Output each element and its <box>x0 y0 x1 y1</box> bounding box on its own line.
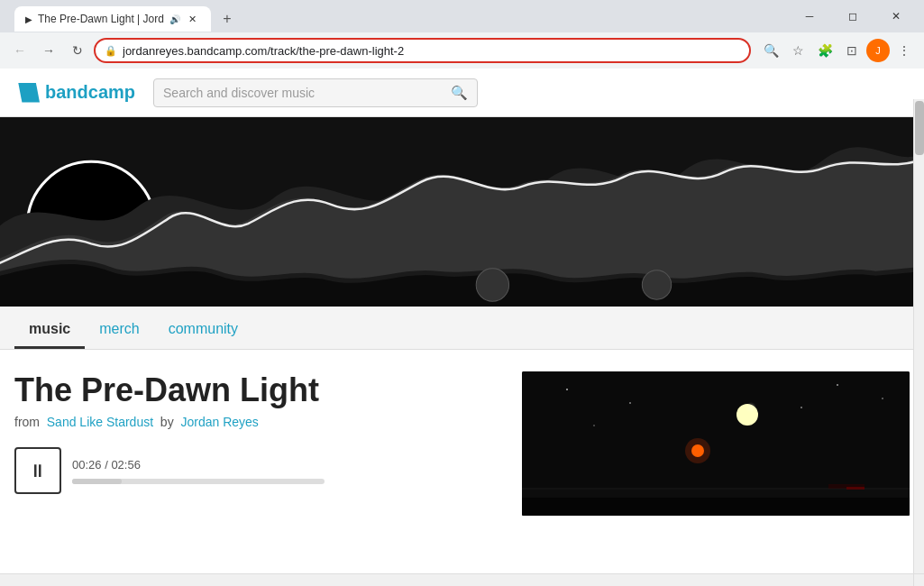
svg-point-14 <box>882 398 883 399</box>
menu-button[interactable]: ⋮ <box>892 38 917 63</box>
audio-player: ⏸ 00:26 / 02:56 <box>14 447 500 494</box>
horizontal-scrollbar[interactable] <box>0 573 913 586</box>
from-label: from <box>14 415 40 429</box>
svg-rect-19 <box>846 487 865 490</box>
nav-community[interactable]: community <box>154 312 252 349</box>
svg-point-3 <box>642 270 671 299</box>
svg-point-16 <box>800 407 802 408</box>
tab-audio-icon: 🔊 <box>169 14 180 24</box>
address-bar: ← → ↻ 🔒 jordanreyes.bandcamp.com/track/t… <box>0 32 924 69</box>
scrollbar-thumb[interactable] <box>915 101 924 155</box>
bandcamp-nav: music merch community <box>0 307 924 350</box>
tab-favicon: ▶ <box>25 14 32 24</box>
track-attribution: from Sand Like Stardust by Jordan Reyes <box>14 415 500 429</box>
cast-button[interactable]: ⊡ <box>839 38 865 63</box>
search-bar[interactable]: Search and discover music 🔍 <box>153 78 478 107</box>
refresh-button[interactable]: ↻ <box>65 38 90 63</box>
tab-title: The Pre-Dawn Light | Jord <box>38 13 164 25</box>
back-button[interactable]: ← <box>7 38 32 63</box>
album-art <box>522 371 910 516</box>
search-icon: 🔍 <box>451 85 468 101</box>
extensions-button[interactable]: 🧩 <box>812 38 837 63</box>
svg-point-12 <box>629 402 631 404</box>
browser-window: ▶ The Pre-Dawn Light | Jord 🔊 ✕ + ─ ◻ ✕ … <box>0 0 924 69</box>
album-art-illustration <box>522 371 910 516</box>
tab-close-button[interactable]: ✕ <box>186 12 200 26</box>
url-bar[interactable]: 🔒 jordanreyes.bandcamp.com/track/the-pre… <box>94 38 751 63</box>
svg-point-13 <box>837 384 838 386</box>
nav-music[interactable]: music <box>14 312 85 349</box>
playback-time: 00:26 / 02:56 <box>72 458 325 472</box>
bandcamp-logo-text: bandcamp <box>45 82 135 103</box>
minimize-button[interactable]: ─ <box>789 4 830 29</box>
new-tab-button[interactable]: + <box>215 6 240 32</box>
progress-bar[interactable] <box>72 479 325 484</box>
track-content: The Pre-Dawn Light from Sand Like Stardu… <box>0 350 924 537</box>
bandcamp-logo[interactable]: bandcamp <box>14 82 135 103</box>
svg-rect-17 <box>522 498 910 516</box>
track-info: The Pre-Dawn Light from Sand Like Stardu… <box>14 371 500 516</box>
hero-illustration <box>0 117 924 307</box>
search-placeholder: Search and discover music <box>163 86 451 100</box>
title-bar: ▶ The Pre-Dawn Light | Jord 🔊 ✕ + ─ ◻ ✕ <box>0 0 924 32</box>
toolbar-icons: 🔍 ☆ 🧩 ⊡ J ⋮ <box>758 38 917 63</box>
security-icon: 🔒 <box>105 45 117 57</box>
pause-button[interactable]: ⏸ <box>14 447 61 494</box>
bookmark-button[interactable]: ☆ <box>785 38 810 63</box>
window-controls: ─ ◻ ✕ <box>789 4 917 29</box>
svg-point-2 <box>476 269 508 301</box>
hero-banner <box>0 117 924 307</box>
browser-tab[interactable]: ▶ The Pre-Dawn Light | Jord 🔊 ✕ <box>14 6 211 32</box>
vertical-scrollbar[interactable] <box>913 99 924 586</box>
svg-point-11 <box>566 389 568 390</box>
track-title: The Pre-Dawn Light <box>14 371 500 409</box>
album-link[interactable]: Sand Like Stardust <box>47 415 153 429</box>
progress-fill <box>72 479 122 484</box>
nav-merch[interactable]: merch <box>85 312 153 349</box>
bandcamp-header: bandcamp Search and discover music 🔍 <box>0 69 924 117</box>
restore-button[interactable]: ◻ <box>832 4 874 29</box>
url-text: jordanreyes.bandcamp.com/track/the-pre-d… <box>123 44 740 58</box>
close-button[interactable]: ✕ <box>875 4 917 29</box>
scrollbar-corner <box>913 573 924 586</box>
svg-point-8 <box>685 438 710 463</box>
artist-link[interactable]: Jordan Reyes <box>180 415 258 429</box>
website-content: bandcamp Search and discover music 🔍 <box>0 69 924 555</box>
svg-point-6 <box>729 397 765 433</box>
svg-point-15 <box>593 425 595 426</box>
profile-button[interactable]: J <box>866 39 890 62</box>
player-info: 00:26 / 02:56 <box>72 458 325 484</box>
search-button[interactable]: 🔍 <box>758 38 783 63</box>
by-label: by <box>160 415 174 429</box>
forward-button[interactable]: → <box>36 38 61 63</box>
